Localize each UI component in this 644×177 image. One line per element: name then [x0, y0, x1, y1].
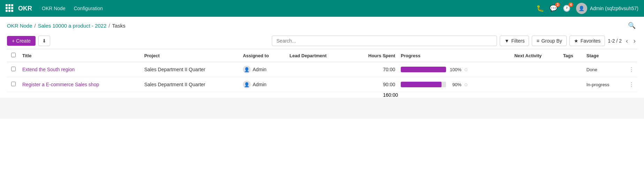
row2-stage: In-progress — [584, 77, 626, 92]
row1-progress: 100% ○ — [398, 62, 512, 77]
favorites-icon: ★ — [574, 38, 578, 44]
footer-rest — [398, 92, 637, 98]
breadcrumb: OKR Node / Sales 10000 a product - 2022 … — [0, 17, 644, 34]
row1-next-activity — [512, 62, 560, 77]
tasks-table-container: Title Project Assigned to Lead Departmen… — [0, 49, 644, 98]
col-lead-department[interactable]: Lead Department — [287, 49, 350, 62]
col-tags[interactable]: Tags — [560, 49, 584, 62]
app-grid-icon[interactable] — [6, 4, 14, 13]
row2-checkbox — [7, 77, 20, 92]
app-name[interactable]: OKR — [18, 5, 32, 12]
tasks-table: Title Project Assigned to Lead Departmen… — [7, 49, 637, 98]
row2-progress: 90% ○ — [398, 77, 512, 92]
row1-assigned-name: Admin — [253, 67, 267, 72]
pagination-prev[interactable]: ‹ — [624, 37, 629, 45]
row2-activity-circle-icon[interactable]: ○ — [464, 81, 468, 88]
row1-assigned: 👤 Admin — [240, 62, 287, 77]
row2-more-options[interactable]: ⋮ — [626, 77, 637, 92]
navbar-menu-configuration[interactable]: Configuration — [74, 6, 103, 11]
breadcrumb-sales[interactable]: Sales 10000 a product - 2022 — [38, 23, 107, 29]
filter-icon: ▼ — [504, 38, 509, 44]
row1-select[interactable] — [11, 67, 16, 71]
row2-progress-pct: 90% — [449, 82, 461, 87]
navbar-menu: OKR Node Configuration — [42, 6, 103, 11]
row1-lead-dept — [287, 62, 350, 77]
navbar: OKR OKR Node Configuration 🐛 💬 3 🕐 4 👤 A… — [0, 0, 644, 17]
row1-user-icon: 👤 — [243, 66, 251, 73]
table-header-row: Title Project Assigned to Lead Departmen… — [7, 49, 637, 62]
row1-progress-pct: 100% — [449, 67, 461, 72]
col-progress[interactable]: Progress — [398, 49, 512, 62]
user-name: Admin (sqfzp6vsuh57) — [590, 6, 638, 11]
navbar-menu-okr-node[interactable]: OKR Node — [42, 6, 66, 11]
col-next-activity[interactable]: Next Activity — [512, 49, 560, 62]
col-more — [626, 49, 637, 62]
row2-assigned-name: Admin — [253, 82, 267, 87]
filter-button[interactable]: ▼ Filters — [500, 36, 529, 46]
bottom-space — [0, 98, 644, 119]
pagination-text: 1-2 / 2 — [608, 38, 622, 44]
breadcrumb-okr-node[interactable]: OKR Node — [7, 23, 32, 29]
toolbar: + Create ⬇ ▼ Filters ≡ Group By ★ Favori… — [0, 34, 644, 49]
search-button[interactable]: 🔍 — [627, 20, 637, 31]
table-footer-row: 160:00 — [7, 92, 637, 98]
row2-lead-dept — [287, 77, 350, 92]
col-title[interactable]: Title — [20, 49, 141, 62]
user-menu[interactable]: 👤 Admin (sqfzp6vsuh57) — [576, 3, 638, 14]
footer-hours-total: 160:00 — [350, 92, 398, 98]
create-button[interactable]: + Create — [7, 36, 36, 46]
groupby-label: Group By — [542, 38, 562, 44]
col-stage[interactable]: Stage — [584, 49, 626, 62]
chat-badge: 3 — [555, 2, 560, 7]
row1-checkbox — [7, 62, 20, 77]
table-row: Extend the South region Sales Department… — [7, 62, 637, 77]
row1-progress-bar-bg — [401, 67, 446, 72]
download-button[interactable]: ⬇ — [38, 36, 50, 46]
row2-project: Sales Department II Quarter — [141, 77, 240, 92]
favorites-label: Favorites — [581, 38, 601, 44]
row1-activity-circle-icon[interactable]: ○ — [464, 66, 468, 73]
avatar: 👤 — [576, 3, 587, 14]
pagination-info: 1-2 / 2 ‹ › — [608, 37, 637, 45]
pagination-next[interactable]: › — [632, 37, 637, 45]
filter-label: Filters — [511, 38, 524, 44]
groupby-button[interactable]: ≡ Group By — [532, 36, 566, 46]
breadcrumb-sep-2: / — [109, 23, 110, 29]
row2-select[interactable] — [11, 82, 16, 86]
row2-next-activity — [512, 77, 560, 92]
breadcrumb-tasks: Tasks — [112, 23, 125, 29]
col-project[interactable]: Project — [141, 49, 240, 62]
row2-progress-bar-bg — [401, 82, 446, 87]
groupby-icon: ≡ — [536, 38, 539, 44]
chat-icon-btn[interactable]: 💬 3 — [550, 5, 557, 12]
row1-title[interactable]: Extend the South region — [20, 62, 141, 77]
row2-hours: 90:00 — [350, 77, 398, 92]
row2-assigned: 👤 Admin — [240, 77, 287, 92]
activity-icon-btn[interactable]: 🕐 4 — [563, 5, 570, 12]
col-hours-spent[interactable]: Hours Spent — [350, 49, 398, 62]
row1-project: Sales Department II Quarter — [141, 62, 240, 77]
navbar-right: 🐛 💬 3 🕐 4 👤 Admin (sqfzp6vsuh57) — [536, 3, 638, 14]
col-checkbox — [7, 49, 20, 62]
table-row: Register a E-commerce Sales shop Sales D… — [7, 77, 637, 92]
row1-more-options[interactable]: ⋮ — [626, 62, 637, 77]
row2-progress-bar-fill — [401, 82, 442, 87]
activity-badge: 4 — [568, 2, 573, 7]
breadcrumb-sep-1: / — [34, 23, 36, 29]
row2-tags — [560, 77, 584, 92]
select-all-checkbox[interactable] — [11, 53, 16, 57]
row1-stage: Done — [584, 62, 626, 77]
row1-hours: 70:00 — [350, 62, 398, 77]
bug-icon-btn[interactable]: 🐛 — [536, 5, 544, 12]
row1-progress-bar-fill — [401, 67, 446, 72]
col-assigned-to[interactable]: Assigned to — [240, 49, 287, 62]
row1-tags — [560, 62, 584, 77]
favorites-button[interactable]: ★ Favorites — [569, 36, 605, 46]
search-input[interactable] — [272, 36, 497, 46]
row2-title[interactable]: Register a E-commerce Sales shop — [20, 77, 141, 92]
footer-empty — [7, 92, 350, 98]
row2-user-icon: 👤 — [243, 81, 251, 88]
